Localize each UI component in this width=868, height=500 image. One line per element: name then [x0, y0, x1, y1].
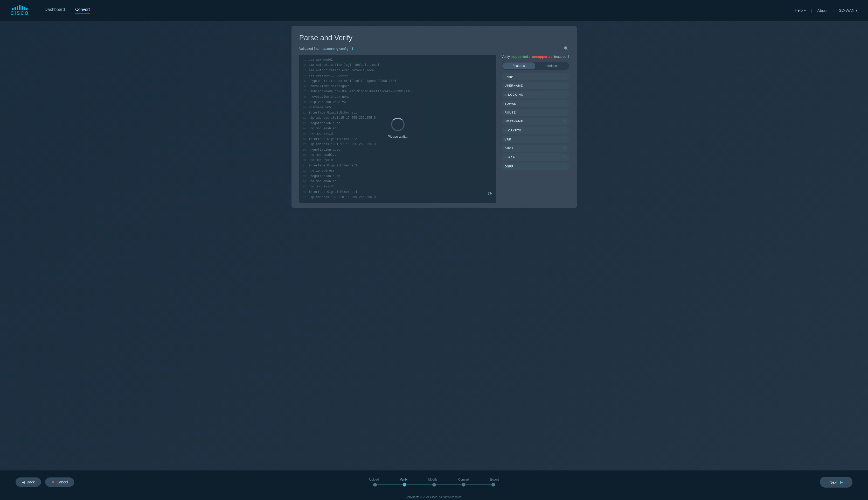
feature-name-route: ROUTE: [505, 111, 564, 114]
footer: Copyrights © 2021 Cisco. All rights rese…: [0, 494, 868, 500]
feature-chevron-vrf: ›: [564, 138, 566, 141]
nav-right: Help | About | SD-WAN: [795, 8, 858, 13]
supported-label: supported: [511, 55, 528, 59]
step-label-export: Export: [490, 478, 499, 481]
info-icon[interactable]: ℹ: [568, 55, 569, 59]
content-columns: 1aaa new-model2aaa authentication login …: [299, 55, 569, 203]
step-line-3: [465, 485, 491, 485]
bar7: [26, 8, 27, 10]
feature-name-crypto: CRYPTO: [508, 129, 564, 132]
cancel-label: Cancel: [57, 480, 68, 484]
bar2: [14, 7, 16, 10]
feature-name-sdwan: SDWAN: [505, 102, 564, 105]
nav-sdwan[interactable]: SD-WAN: [839, 8, 858, 13]
feature-item-aaa[interactable]: ⚠AAA›: [501, 154, 569, 161]
step-line-2: [436, 485, 462, 485]
cisco-logo: CISCO: [10, 5, 29, 16]
feature-chevron-hostname: ›: [564, 120, 566, 123]
feature-item-vrf[interactable]: VRF›: [501, 136, 569, 143]
feature-name-aaa: AAA: [508, 156, 564, 159]
warning-icon-logging: ⚠: [505, 92, 507, 97]
feature-name-vrf: VRF: [505, 138, 564, 141]
next-label: Next: [830, 480, 837, 485]
bottom-left: ◀ Back ✕ Cancel: [15, 477, 74, 487]
feature-item-fhrp[interactable]: FHRP›: [501, 73, 569, 80]
feature-item-ospf[interactable]: OSPF›: [501, 163, 569, 170]
warning-icon-crypto: ⚠: [505, 128, 507, 133]
feature-name-logging: LOGGING: [508, 93, 564, 96]
feature-name-ospf: OSPF: [505, 165, 564, 168]
refresh-icon[interactable]: ⟳: [488, 190, 492, 198]
back-arrow-icon: ◀: [22, 480, 25, 484]
step-labels: UploadVerifyModifyConvertExport: [369, 478, 499, 481]
feature-chevron-route: ›: [564, 111, 566, 114]
step-line-0: [376, 485, 403, 485]
bar4: [19, 5, 21, 10]
tab-interfaces[interactable]: Interfaces: [535, 62, 568, 69]
cancel-x-icon: ✕: [51, 480, 55, 484]
feature-name-username: USERNAME: [505, 84, 564, 87]
navbar: CISCO Dashboard Convert Help | About | S…: [0, 0, 868, 21]
search-icon[interactable]: 🔍: [564, 46, 569, 51]
features-label: features: [554, 55, 566, 59]
features-panel: Verify supported / unsupported features …: [501, 55, 569, 203]
feature-item-dhcp[interactable]: DHCP›: [501, 145, 569, 152]
back-button[interactable]: ◀ Back: [15, 477, 41, 487]
feature-chevron-username: ›: [564, 84, 566, 87]
feature-name-fhrp: FHRP: [505, 75, 564, 78]
cancel-button[interactable]: ✕ Cancel: [45, 477, 74, 487]
feature-item-crypto[interactable]: ⚠CRYPTO›: [501, 126, 569, 134]
feature-item-sdwan[interactable]: SDWAN›: [501, 100, 569, 107]
feature-name-dhcp: DHCP: [505, 147, 564, 150]
next-button[interactable]: Next ▶: [820, 477, 853, 488]
feature-chevron-ospf: ›: [564, 164, 566, 168]
slash-label: /: [530, 55, 531, 59]
feature-chevron-fhrp: ›: [564, 75, 566, 79]
step-dot-convert: [462, 483, 465, 487]
verify-header: Verify supported / unsupported features …: [501, 55, 569, 59]
nav-link-dashboard[interactable]: Dashboard: [45, 7, 65, 13]
cisco-wordmark: CISCO: [10, 11, 29, 16]
download-icon[interactable]: ⬇: [351, 47, 354, 51]
step-label-convert: Convert: [458, 478, 469, 481]
code-panel: 1aaa new-model2aaa authentication login …: [299, 55, 496, 203]
logo-area: CISCO: [10, 5, 29, 16]
nav-link-convert[interactable]: Convert: [75, 7, 90, 13]
feature-chevron-crypto: ›: [564, 128, 566, 132]
tab-bar: Features Interfaces: [501, 62, 569, 70]
step-dot-export: [491, 483, 495, 487]
nav-about[interactable]: About: [817, 8, 827, 13]
feature-item-route[interactable]: ROUTE›: [501, 109, 569, 116]
tab-features[interactable]: Features: [502, 62, 535, 69]
step-label-upload: Upload: [369, 478, 379, 481]
feature-chevron-logging: ›: [564, 93, 566, 96]
cisco-bars: [12, 5, 27, 10]
unsupported-label: unsupported: [532, 55, 552, 59]
verify-label: Verify: [501, 55, 510, 59]
step-label-verify: Verify: [399, 478, 407, 481]
validated-file-bar: Validated file: ios.running-config ⬇ 🔍: [299, 46, 569, 51]
bar6: [24, 7, 25, 10]
next-arrow-icon: ▶: [840, 480, 843, 485]
spinner: [391, 118, 405, 131]
sep1: |: [811, 8, 812, 13]
step-dot-modify: [432, 483, 436, 487]
validated-label: Validated file:: [299, 47, 319, 50]
step-line-1: [406, 485, 432, 485]
feature-chevron-dhcp: ›: [564, 146, 566, 150]
feature-item-logging[interactable]: ⚠LOGGING›: [501, 91, 569, 99]
feature-item-hostname[interactable]: HOSTNAME›: [501, 118, 569, 125]
progress-area: UploadVerifyModifyConvertExport: [369, 478, 499, 487]
filename: ios.running-config: [322, 47, 349, 50]
feature-item-username[interactable]: USERNAME›: [501, 82, 569, 89]
step-label-modify: Modify: [428, 478, 437, 481]
card: Parse and Verify Validated file: ios.run…: [292, 26, 577, 208]
step-track: [373, 483, 495, 487]
copyright: Copyrights © 2021 Cisco. All rights rese…: [406, 495, 462, 498]
step-dot-verify: [403, 483, 406, 487]
nav-help[interactable]: Help: [795, 8, 806, 13]
feature-chevron-sdwan: ›: [564, 102, 566, 105]
please-wait: Please wait...: [388, 134, 408, 139]
bar3: [17, 6, 18, 10]
back-label: Back: [27, 480, 35, 484]
